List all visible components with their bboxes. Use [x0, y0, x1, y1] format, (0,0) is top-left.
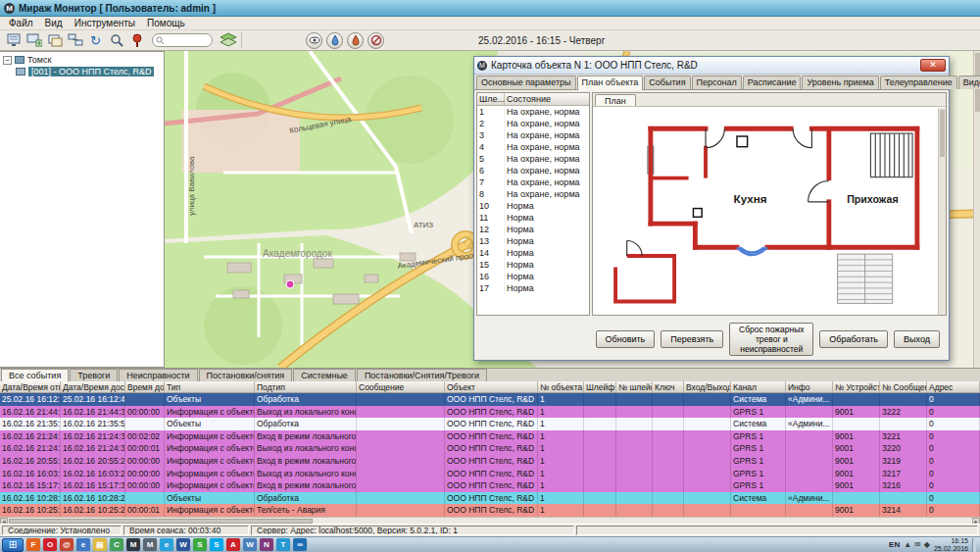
taskbar-icon-acrobat[interactable]: A: [226, 538, 240, 551]
map-marker-icon[interactable]: [126, 31, 147, 50]
tab-alarms[interactable]: Тревоги: [70, 369, 118, 381]
tree-node-object[interactable]: [001] - ООО НПП Стелс, R&D: [16, 66, 164, 77]
event-column-header[interactable]: Адрес: [927, 381, 980, 393]
event-column-header[interactable]: № Сообщения: [880, 381, 927, 393]
zone-column-loop[interactable]: Шле...: [477, 93, 505, 105]
zone-row[interactable]: 7На охране, норма: [477, 176, 589, 188]
menu-tools[interactable]: Инструменты: [69, 18, 141, 28]
event-row[interactable]: 16.02.16 10:25:2716.02.16 10:25:2800:00:…: [0, 504, 980, 517]
start-button[interactable]: ⊞: [2, 538, 24, 552]
taskbar-icon-skype[interactable]: S: [210, 538, 223, 551]
zone-row[interactable]: 17Норма: [477, 282, 589, 294]
event-column-header[interactable]: Дата/Время доставк.: [61, 381, 125, 393]
dialog-titlebar[interactable]: M Карточка объекта N 1: ООО НПП Стелс, R…: [474, 57, 949, 75]
taskbar-icon-word-doc[interactable]: W: [243, 538, 257, 551]
reset-fire-alarms-button[interactable]: Сброс пожарных тревог и неисправностей: [729, 323, 813, 356]
eye-icon[interactable]: [306, 32, 322, 49]
taskbar-icon-word[interactable]: W: [176, 538, 190, 551]
refresh-icon[interactable]: ↻: [85, 31, 106, 50]
event-column-header[interactable]: Шлейф: [584, 381, 616, 393]
event-row[interactable]: 16.02.16 21:44:3816.02.16 21:44:3800:00:…: [0, 406, 980, 419]
event-row[interactable]: 16.02.16 21:24:3816.02.16 21:24:3800:02:…: [0, 430, 980, 443]
event-column-header[interactable]: Объект: [445, 381, 538, 393]
tray-icon[interactable]: ✉: [914, 540, 921, 549]
tab-object-plan[interactable]: План объекта: [577, 75, 644, 90]
tab-arm-disarm[interactable]: Постановки/снятия: [199, 369, 293, 381]
tab-reception-level[interactable]: Уровень приема: [802, 75, 878, 89]
event-column-header[interactable]: № объекта: [538, 381, 584, 393]
tab-malfunctions[interactable]: Неисправности: [119, 369, 197, 381]
tab-personnel[interactable]: Персонал: [692, 75, 742, 89]
tree-expander-icon[interactable]: −: [3, 56, 12, 65]
event-column-header[interactable]: Дата/Время отпр.: [0, 381, 61, 393]
plan-vertical-scrollbar[interactable]: [938, 108, 946, 315]
zone-row[interactable]: 2На охране, норма: [477, 118, 589, 129]
taskbar-icon-explorer[interactable]: e: [76, 538, 90, 551]
menu-view[interactable]: Вид: [39, 18, 69, 28]
zone-column-state[interactable]: Состояние: [505, 93, 589, 105]
event-column-header[interactable]: Время доставк.: [125, 381, 165, 393]
fire-drop-icon[interactable]: [347, 32, 364, 49]
event-column-header[interactable]: № шлейфа: [616, 381, 653, 393]
exit-button[interactable]: Выход: [894, 330, 940, 348]
object-marker[interactable]: [286, 280, 294, 288]
show-desktop-button[interactable]: [972, 538, 976, 552]
taskbar-icon-ie[interactable]: e: [160, 538, 173, 551]
menu-help[interactable]: Помощь: [141, 18, 191, 28]
refresh-button[interactable]: Обновить: [596, 330, 656, 348]
zone-row[interactable]: 16Норма: [477, 271, 589, 282]
network-icon[interactable]: [65, 31, 85, 50]
event-column-header[interactable]: Канал: [731, 381, 786, 393]
process-button[interactable]: Обработать: [819, 330, 888, 348]
taskbar-icon-onec[interactable]: S: [193, 538, 207, 551]
event-column-header[interactable]: Тип: [165, 381, 255, 393]
taskbar-icon-mirage-config[interactable]: M: [143, 538, 157, 551]
object-card-icon[interactable]: [44, 31, 65, 50]
taskbar-icon-mirage-monitor[interactable]: M: [126, 538, 140, 551]
event-row[interactable]: 16.02.16 15:17:3816.02.16 15:17:3800:00:…: [0, 479, 980, 492]
search-icon[interactable]: [106, 31, 126, 50]
event-row[interactable]: 25.02.16 16:12:4425.02.16 16:12:44Объект…: [0, 393, 980, 406]
subtab-plan[interactable]: План: [595, 94, 636, 106]
taskbar-icon-viewer[interactable]: ∞: [293, 538, 307, 551]
close-icon[interactable]: ✕: [920, 59, 946, 72]
zone-row[interactable]: 11Норма: [477, 212, 589, 224]
taskbar-icon-firefox[interactable]: F: [26, 538, 40, 551]
event-column-header[interactable]: Сообщение: [357, 381, 445, 393]
event-column-header[interactable]: № Устройства: [833, 381, 880, 393]
search-input[interactable]: [167, 35, 206, 45]
taskbar-clock[interactable]: 16:15 25.02.2016: [934, 537, 968, 552]
zone-row[interactable]: 13Норма: [477, 235, 589, 247]
tab-video[interactable]: Видео: [958, 75, 980, 89]
event-column-header[interactable]: Подтип: [255, 381, 357, 393]
taskbar-icon-telegram[interactable]: T: [276, 538, 290, 551]
zone-row[interactable]: 10Норма: [477, 200, 589, 212]
event-row[interactable]: 16.02.16 21:35:5616.02.16 21:35:56Объект…: [0, 418, 980, 430]
tray-icon[interactable]: ▲: [904, 540, 911, 549]
event-row[interactable]: 16.02.16 16:03:2416.02.16 16:03:2400:00:…: [0, 468, 980, 480]
zone-row[interactable]: 6На охране, норма: [477, 165, 589, 176]
tray-icon[interactable]: ◆: [924, 540, 930, 549]
water-drop-icon[interactable]: [326, 32, 343, 49]
event-column-header[interactable]: Инфо: [786, 381, 833, 393]
tab-schedule[interactable]: Расписание: [743, 75, 802, 89]
menu-file[interactable]: Файл: [3, 18, 39, 28]
zone-row[interactable]: 8На охране, норма: [477, 188, 589, 200]
events-horizontal-scrollbar[interactable]: ◄ ►: [0, 517, 980, 524]
tab-telecontrol[interactable]: Телеуправление: [880, 75, 957, 89]
zone-row[interactable]: 14Норма: [477, 247, 589, 259]
monitor-add-icon[interactable]: [24, 31, 44, 50]
map-layers-icon[interactable]: [218, 31, 238, 50]
language-indicator[interactable]: EN: [889, 540, 900, 549]
taskbar-icon-folder[interactable]: ▤: [93, 538, 107, 551]
zone-row[interactable]: 5На охране, норма: [477, 153, 589, 165]
event-column-header[interactable]: Ключ: [653, 381, 684, 393]
event-column-header[interactable]: Вход/Выход: [684, 381, 731, 393]
zone-row[interactable]: 1На охране, норма: [477, 106, 589, 118]
rearm-button[interactable]: Перевзять: [661, 330, 723, 348]
event-row[interactable]: 16.02.16 20:55:2616.02.16 20:55:2600:00:…: [0, 455, 980, 468]
tab-main-params[interactable]: Основные параметры: [476, 75, 576, 89]
map-vertical-scrollbar[interactable]: [973, 51, 980, 368]
window-titlebar[interactable]: M Мираж Монитор [ Пользователь: admin ]: [0, 0, 980, 17]
event-row[interactable]: 16.02.16 10:28:2216.02.16 10:28:22Объект…: [0, 492, 980, 505]
